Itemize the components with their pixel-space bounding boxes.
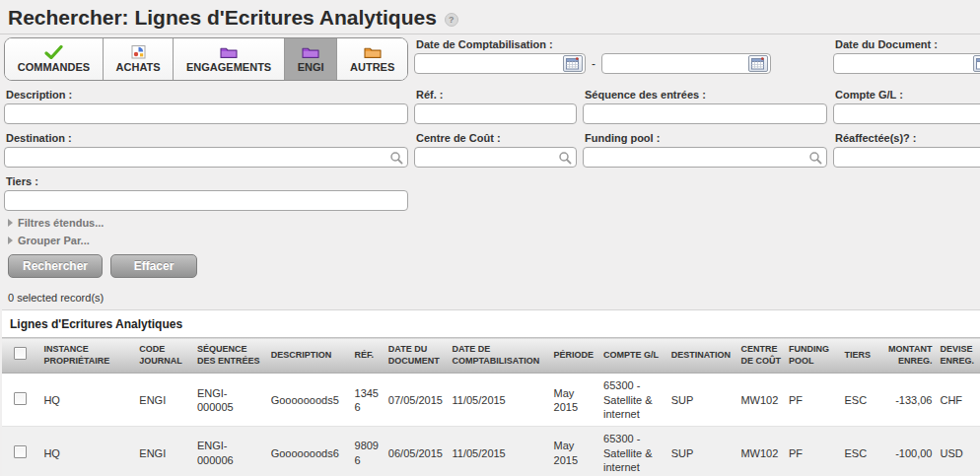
cell-compte-gl: 65300 - Satellite & internet: [599, 427, 667, 476]
column-header-ref[interactable]: RÉF.: [351, 338, 385, 374]
ref-input[interactable]: [414, 103, 577, 124]
field-funding-pool: Funding pool :: [583, 131, 827, 168]
cell-ref: 13456: [351, 374, 385, 427]
field-label: Funding pool :: [585, 132, 827, 144]
search-icon[interactable]: [389, 151, 403, 165]
description-input[interactable]: [4, 103, 408, 124]
results-table: INSTANCE PROPRIÉTAIRE CODE JOURNAL SÉQUE…: [2, 337, 980, 476]
field-centre-cout: Centre de Coût :: [414, 131, 577, 168]
row-checkbox[interactable]: [14, 445, 27, 458]
field-description: Description :: [4, 88, 408, 124]
column-header-date-document[interactable]: DATE DU DOCUMENT: [385, 338, 449, 374]
cell-devise: CHF: [936, 374, 980, 427]
cell-compte-gl: 65300 - Satellite & internet: [599, 374, 667, 427]
cell-devise: USD: [936, 427, 980, 476]
calendar-icon[interactable]: [973, 55, 980, 72]
cell-code-journal: ENGI: [135, 374, 193, 427]
group-by-link[interactable]: Grouper Par...: [0, 229, 980, 246]
cell-sequence: ENGI-000006: [193, 427, 267, 476]
field-tiers: Tiers :: [4, 174, 408, 211]
field-ref: Réf. :: [414, 88, 577, 124]
cell-date-comptabilisation: 11/05/2015: [449, 427, 550, 476]
field-label: Réf. :: [416, 89, 577, 101]
field-label: Séquence des entrées :: [585, 89, 827, 101]
date-comptabilisation-from-input[interactable]: [414, 53, 586, 74]
folder-orange-icon: [364, 44, 382, 59]
cell-tiers: ESC: [840, 427, 874, 476]
page-title: Rechercher: Lignes d'Ecritures Analytiqu…: [8, 6, 437, 30]
cell-centre-cout: MW102: [736, 427, 784, 476]
chart-icon: [131, 44, 146, 59]
table-row: HQ ENGI ENGI-000006 Gooooooods6 98096 06…: [2, 427, 980, 476]
tab-achats[interactable]: ACHATS: [103, 38, 173, 80]
reaffectee-input[interactable]: [833, 147, 980, 168]
tab-label: ENGAGEMENTS: [186, 61, 271, 73]
cell-description: Gooooooods5: [267, 374, 351, 427]
folder-purple-icon: [220, 44, 238, 59]
selected-records-status: 0 selected record(s): [0, 278, 980, 309]
date-comptabilisation-to-input[interactable]: [601, 53, 771, 74]
tab-commandes[interactable]: COMMANDES: [5, 38, 103, 80]
column-header-instance[interactable]: INSTANCE PROPRIÉTAIRE: [39, 338, 135, 374]
results-panel: Lignes d'Ecritures Analytiques INSTANCE …: [2, 309, 980, 476]
search-button[interactable]: Rechercher: [8, 254, 103, 278]
tab-autres[interactable]: AUTRES: [336, 38, 407, 80]
destination-input[interactable]: [4, 147, 408, 168]
column-header-centre-cout[interactable]: CENTRE DE COÛT: [736, 338, 784, 374]
column-header-code-journal[interactable]: CODE JOURNAL: [135, 338, 193, 374]
search-icon[interactable]: [558, 151, 572, 165]
tab-label: AUTRES: [350, 61, 394, 73]
chevron-right-icon: [8, 219, 13, 227]
column-header-montant[interactable]: MONTANT ENREG.: [875, 338, 937, 374]
cell-instance: HQ: [39, 374, 135, 427]
cell-date-document: 07/05/2015: [385, 374, 449, 427]
chevron-right-icon: [8, 237, 13, 244]
column-header-periode[interactable]: PÉRIODE: [550, 338, 600, 374]
funding-pool-input[interactable]: [583, 147, 827, 168]
compte-gl-input[interactable]: [833, 103, 980, 124]
date-document-input[interactable]: [833, 53, 980, 74]
column-header-destination[interactable]: DESTINATION: [667, 338, 737, 374]
field-label: Tiers :: [6, 175, 408, 187]
cell-ref: 98096: [351, 427, 385, 476]
help-icon[interactable]: ?: [445, 13, 458, 27]
select-all-checkbox[interactable]: [14, 347, 27, 360]
tabbar: COMMANDES ACHATS ENGAGEMENTS ENGI: [4, 37, 408, 81]
column-header-tiers[interactable]: TIERS: [840, 338, 874, 374]
table-row: HQ ENGI ENGI-000005 Gooooooods5 13456 07…: [2, 374, 980, 427]
field-label: Centre de Coût :: [416, 132, 577, 144]
sequence-input[interactable]: [583, 103, 827, 124]
column-header-date-comptabilisation[interactable]: DATE DE COMPTABILISATION: [449, 338, 550, 374]
cell-sequence: ENGI-000005: [193, 374, 267, 427]
tab-engagements[interactable]: ENGAGEMENTS: [173, 38, 284, 80]
cell-periode: May 2015: [550, 374, 600, 427]
field-label: Description :: [6, 89, 408, 101]
cell-montant: -100,00: [875, 427, 937, 476]
header-row: INSTANCE PROPRIÉTAIRE CODE JOURNAL SÉQUE…: [2, 338, 980, 374]
cell-centre-cout: MW102: [736, 374, 784, 427]
results-title: Lignes d'Ecritures Analytiques: [2, 310, 980, 337]
column-header-select: [2, 338, 39, 374]
cell-funding-pool: PF: [785, 374, 841, 427]
field-label: Date du Document :: [835, 38, 980, 50]
cell-funding-pool: PF: [785, 427, 841, 476]
cell-destination: SUP: [667, 427, 737, 476]
extended-filters-link[interactable]: Filtres étendus...: [0, 211, 980, 229]
column-header-description[interactable]: DESCRIPTION: [267, 338, 351, 374]
calendar-icon[interactable]: [563, 55, 583, 72]
column-header-sequence[interactable]: SÉQUENCE DES ENTRÉES: [193, 338, 267, 374]
column-header-funding-pool[interactable]: FUNDING POOL: [785, 338, 841, 374]
cell-date-document: 06/05/2015: [385, 427, 449, 476]
row-checkbox[interactable]: [14, 392, 27, 405]
centre-cout-input[interactable]: [414, 147, 577, 168]
clear-button[interactable]: Effacer: [110, 254, 197, 278]
cell-destination: SUP: [667, 374, 737, 427]
tiers-input[interactable]: [4, 190, 408, 211]
cell-select: [2, 427, 39, 476]
field-label: Date de Comptabilisation :: [416, 38, 827, 50]
column-header-devise[interactable]: DEVISE ENREG.: [936, 338, 980, 374]
calendar-icon[interactable]: [748, 55, 768, 72]
search-icon[interactable]: [808, 151, 822, 165]
tab-engi[interactable]: ENGI: [284, 38, 336, 80]
column-header-compte-gl[interactable]: COMPTE G/L: [599, 338, 667, 374]
